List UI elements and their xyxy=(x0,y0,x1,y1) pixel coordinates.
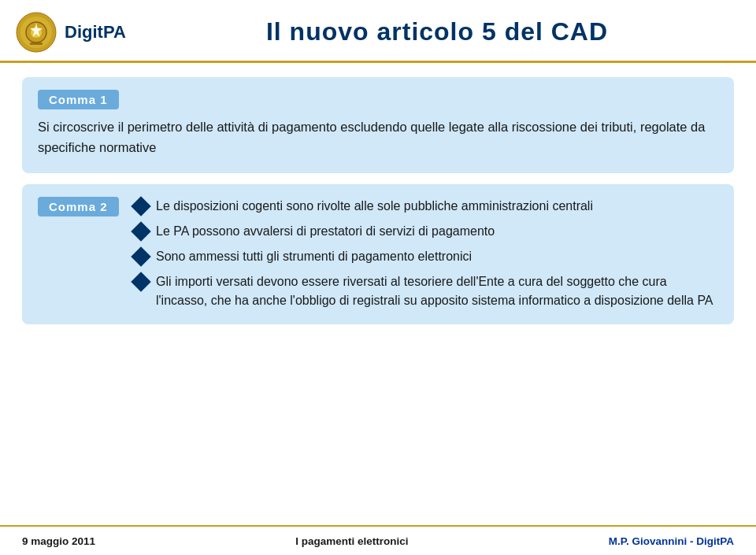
list-item: Gli importi versati devono essere rivers… xyxy=(134,272,718,310)
list-item: Sono ammessi tutti gli strumenti di paga… xyxy=(134,247,718,266)
bullet-text: Sono ammessi tutti gli strumenti di paga… xyxy=(156,247,472,266)
footer-date: 9 maggio 2011 xyxy=(22,535,95,547)
bullet-text: Le disposizioni cogenti sono rivolte all… xyxy=(156,197,593,216)
comma1-block: Comma 1 Si circoscrive il perimetro dell… xyxy=(22,77,734,173)
comma2-inner: Comma 2 Le disposizioni cogenti sono riv… xyxy=(38,197,718,310)
footer: 9 maggio 2011 I pagamenti elettronici M.… xyxy=(0,525,756,555)
list-item: Le PA possono avvalersi di prestatori di… xyxy=(134,222,718,241)
comma2-right: Le disposizioni cogenti sono rivolte all… xyxy=(134,197,718,310)
logo-text: DigitPA xyxy=(65,22,126,43)
bullet-text: Gli importi versati devono essere rivers… xyxy=(156,272,718,310)
logo-area: DigitPA xyxy=(16,12,142,53)
footer-title: I pagamenti elettronici xyxy=(295,535,408,547)
header: DigitPA Il nuovo articolo 5 del CAD xyxy=(0,0,756,63)
bullet-icon xyxy=(131,246,150,266)
comma2-badge: Comma 2 xyxy=(38,197,119,216)
svg-rect-5 xyxy=(30,43,43,45)
comma2-block: Comma 2 Le disposizioni cogenti sono riv… xyxy=(22,184,734,324)
main-content: Comma 1 Si circoscrive il perimetro dell… xyxy=(0,63,756,324)
comma2-left: Comma 2 xyxy=(38,197,124,310)
bullet-icon xyxy=(131,221,150,241)
bullet-list: Le disposizioni cogenti sono rivolte all… xyxy=(134,197,718,310)
comma1-text: Si circoscrive il perimetro delle attivi… xyxy=(38,117,718,157)
page-title: Il nuovo articolo 5 del CAD xyxy=(142,17,732,46)
bullet-text: Le PA possono avvalersi di prestatori di… xyxy=(156,222,495,241)
comma1-badge: Comma 1 xyxy=(38,90,119,109)
logo-emblem xyxy=(16,12,57,53)
list-item: Le disposizioni cogenti sono rivolte all… xyxy=(134,197,718,216)
bullet-icon xyxy=(131,272,150,291)
bullet-icon xyxy=(131,196,150,216)
footer-author: M.P. Giovannini - DigitPA xyxy=(609,535,734,547)
